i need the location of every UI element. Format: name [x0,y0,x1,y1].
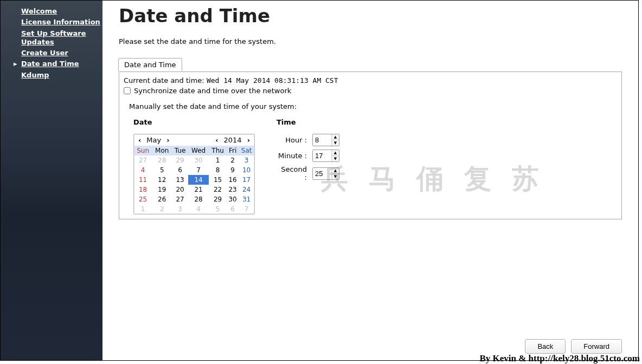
date-column: Date ‹ May › ‹ 2014 › [133,118,255,214]
calendar-day-header: Sun [134,146,152,155]
calendar-day-header: Sat [239,146,254,155]
calendar-day-header: Thu [209,146,227,155]
minute-input[interactable] [313,150,331,161]
sidebar-item-welcome[interactable]: Welcome [1,6,102,17]
calendar-day[interactable]: 19 [152,185,172,194]
sidebar-item-create-user[interactable]: Create User [1,48,102,58]
second-label: Second : [277,165,307,181]
calendar-month[interactable]: May [143,136,164,144]
current-datetime-value: Wed 14 May 2014 08:31:13 AM CST [207,76,338,84]
hour-label: Hour : [277,136,307,144]
calendar-day[interactable]: 7 [239,204,254,214]
second-spinner[interactable]: ▲ ▼ [312,167,339,180]
calendar-day[interactable]: 14 [188,175,209,185]
minute-up-button[interactable]: ▲ [332,150,339,156]
main-content: Date and Time Please set the date and ti… [102,1,638,360]
calendar-day[interactable]: 25 [134,194,152,204]
page-description: Please set the date and time for the sys… [119,37,622,46]
calendar-day[interactable]: 29 [172,155,188,165]
calendar-day-header: Tue [172,146,188,155]
sidebar-item-updates[interactable]: Set Up Software Updates [1,28,102,48]
calendar-day[interactable]: 18 [134,185,152,194]
calendar-day[interactable]: 6 [172,165,188,175]
hour-down-button[interactable]: ▼ [332,140,339,146]
calendar-day[interactable]: 10 [239,165,254,175]
second-down-button[interactable]: ▼ [332,174,339,179]
date-header: Date [133,118,255,126]
next-year-button[interactable]: › [245,136,252,144]
sidebar-item-license[interactable]: License Information [1,17,102,28]
hour-input[interactable] [313,134,331,146]
calendar-day[interactable]: 20 [172,185,188,194]
calendar-day[interactable]: 4 [134,165,152,175]
sidebar-item-kdump[interactable]: Kdump [1,70,102,81]
tab-date-time[interactable]: Date and Time [118,58,182,72]
sync-network-label: Synchronize date and time over the netwo… [134,87,291,95]
minute-spinner[interactable]: ▲ ▼ [312,150,339,162]
calendar-day[interactable]: 13 [172,175,188,185]
calendar-day[interactable]: 22 [209,185,227,194]
credit-watermark: By Kevin & http://kely28.blog.51cto.com [479,353,640,364]
calendar-day[interactable]: 2 [152,204,172,214]
time-header: Time [277,118,339,126]
calendar-day[interactable]: 30 [227,194,239,204]
calendar-day[interactable]: 17 [239,175,254,185]
calendar-day[interactable]: 2 [227,155,239,165]
calendar-day-header: Mon [152,146,172,155]
hour-up-button[interactable]: ▲ [332,134,339,140]
calendar-day[interactable]: 27 [134,155,152,165]
sidebar: Welcome License Information Set Up Softw… [1,1,102,360]
prev-month-button[interactable]: ‹ [136,136,143,144]
forward-button[interactable]: Forward [571,339,622,354]
calendar-day-header: Wed [188,146,209,155]
calendar-day[interactable]: 9 [227,165,239,175]
calendar-day[interactable]: 7 [188,165,209,175]
minute-label: Minute : [277,152,307,160]
minute-down-button[interactable]: ▼ [332,156,339,161]
calendar-day[interactable]: 4 [188,204,209,214]
calendar-day[interactable]: 28 [152,155,172,165]
calendar-day[interactable]: 3 [239,155,254,165]
calendar-year[interactable]: 2014 [221,136,245,144]
calendar-day[interactable]: 5 [209,204,227,214]
calendar-day[interactable]: 28 [188,194,209,204]
next-month-button[interactable]: › [164,136,171,144]
prev-year-button[interactable]: ‹ [213,136,220,144]
calendar-day[interactable]: 11 [134,175,152,185]
calendar-day[interactable]: 12 [152,175,172,185]
calendar-grid: SunMonTueWedThuFriSat 272829301234567891… [134,146,254,214]
page-title: Date and Time [119,5,622,27]
calendar-day[interactable]: 27 [172,194,188,204]
second-input[interactable] [313,168,331,179]
calendar-day[interactable]: 21 [188,185,209,194]
calendar-day[interactable]: 1 [134,204,152,214]
calendar-day[interactable]: 23 [227,185,239,194]
tab-panel: Current date and time: Wed 14 May 2014 0… [119,72,622,219]
hour-spinner[interactable]: ▲ ▼ [312,134,339,146]
calendar-day[interactable]: 31 [239,194,254,204]
time-column: Time Hour : ▲ ▼ [277,118,339,214]
back-button[interactable]: Back [525,339,566,354]
calendar-day[interactable]: 24 [239,185,254,194]
calendar-day[interactable]: 1 [209,155,227,165]
sync-network-checkbox[interactable] [124,87,131,94]
calendar-day[interactable]: 6 [227,204,239,214]
calendar-day[interactable]: 16 [227,175,239,185]
current-datetime-label: Current date and time: [124,76,207,84]
second-up-button[interactable]: ▲ [332,168,339,174]
manual-description: Manually set the date and time of your s… [129,102,617,110]
calendar-day[interactable]: 30 [188,155,209,165]
calendar-day-header: Fri [227,146,239,155]
calendar-day[interactable]: 26 [152,194,172,204]
calendar-day[interactable]: 29 [209,194,227,204]
calendar-day[interactable]: 8 [209,165,227,175]
sidebar-item-date-time[interactable]: Date and Time [1,58,102,69]
current-datetime-row: Current date and time: Wed 14 May 2014 0… [124,76,617,84]
calendar-day[interactable]: 15 [209,175,227,185]
calendar: ‹ May › ‹ 2014 › SunMonTueWedThuFriSat 2… [133,134,255,214]
calendar-day[interactable]: 5 [152,165,172,175]
tab-bar: Date and Time [118,57,622,72]
calendar-day[interactable]: 3 [172,204,188,214]
